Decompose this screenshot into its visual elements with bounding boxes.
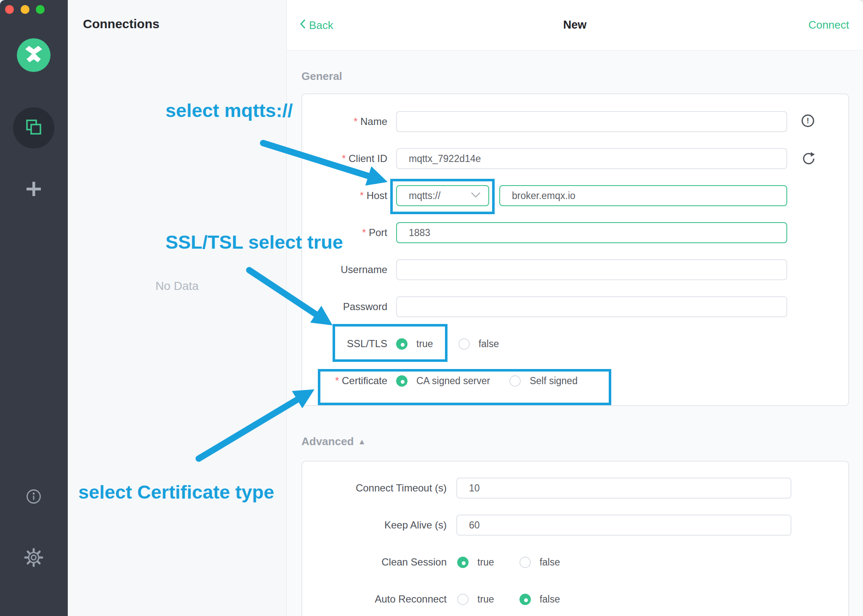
- about-button[interactable]: [26, 489, 42, 504]
- name-row: Name: [302, 111, 848, 132]
- gear-icon: [24, 562, 44, 569]
- new-connection-button[interactable]: [25, 181, 42, 197]
- clean-session-row: Clean Session true false: [302, 552, 848, 573]
- certificate-self-label[interactable]: Self signed: [530, 375, 578, 387]
- keep-alive-input[interactable]: [456, 515, 791, 536]
- protocol-select[interactable]: mqtts://: [396, 185, 489, 206]
- clean-session-false-radio[interactable]: [519, 557, 531, 568]
- ssl-tls-label: SSL/TLS: [302, 338, 387, 350]
- certificate-ca-label[interactable]: CA signed server: [416, 375, 490, 387]
- username-row: Username: [302, 259, 848, 280]
- certificate-label: Certificate: [302, 375, 387, 387]
- auto-reconnect-row: Auto Reconnect true false: [302, 589, 848, 610]
- annotation-text-ssl: SSL/TSL select true: [165, 231, 343, 253]
- username-input[interactable]: [396, 259, 787, 280]
- chevron-down-icon: [471, 192, 488, 200]
- collapse-triangle-icon: ▲: [358, 437, 366, 446]
- mqttx-logo: [17, 38, 51, 72]
- protocol-selected-value: mqtts://: [409, 190, 471, 202]
- empty-list-placeholder: No Data: [68, 279, 286, 293]
- certificate-row: Certificate CA signed server Self signed: [302, 370, 848, 391]
- host-input[interactable]: [499, 185, 787, 206]
- mqttx-window: Connections No Data Back New Connect Gen…: [0, 0, 863, 616]
- ssl-false-radio[interactable]: [458, 338, 470, 350]
- auto-reconnect-false-radio[interactable]: [519, 594, 531, 605]
- page-title: New: [287, 19, 863, 32]
- connections-icon: [24, 117, 43, 138]
- connect-timeout-input[interactable]: [456, 478, 791, 499]
- client-id-row: Client ID: [302, 148, 848, 169]
- keep-alive-label: Keep Alive (s): [302, 519, 447, 531]
- new-connection-view: Back New Connect General Name Client ID: [287, 0, 863, 616]
- connect-timeout-row: Connect Timeout (s): [302, 478, 848, 499]
- certificate-self-radio[interactable]: [509, 375, 521, 387]
- clean-session-true-radio[interactable]: [457, 557, 469, 568]
- connections-panel: Connections No Data: [68, 0, 287, 616]
- window-close-button[interactable]: [5, 5, 14, 14]
- clean-session-true-label[interactable]: true: [477, 557, 494, 568]
- general-form-card: Name Client ID Host mq: [301, 93, 849, 406]
- ssl-true-label[interactable]: true: [416, 338, 433, 350]
- clean-session-label: Clean Session: [302, 556, 447, 568]
- sidebar-item-connections[interactable]: [13, 107, 54, 149]
- auto-reconnect-true-radio[interactable]: [457, 594, 469, 605]
- refresh-client-id-icon[interactable]: [802, 151, 816, 166]
- connect-timeout-label: Connect Timeout (s): [302, 482, 447, 494]
- sidebar: [0, 0, 68, 616]
- host-label: Host: [302, 190, 387, 202]
- password-input[interactable]: [396, 296, 787, 317]
- password-row: Password: [302, 296, 848, 317]
- auto-reconnect-false-label[interactable]: false: [540, 594, 560, 605]
- auto-reconnect-true-label[interactable]: true: [477, 594, 494, 605]
- connections-panel-title: Connections: [83, 17, 160, 31]
- general-section-title: General: [301, 70, 342, 83]
- connect-button[interactable]: Connect: [808, 19, 849, 32]
- annotation-text-certificate: select Certificate type: [78, 481, 274, 503]
- ssl-false-label[interactable]: false: [479, 338, 499, 350]
- header: Back New Connect: [287, 0, 863, 50]
- clean-session-false-label[interactable]: false: [540, 557, 560, 568]
- name-input[interactable]: [396, 111, 787, 132]
- advanced-section-toggle[interactable]: Advanced ▲: [301, 435, 366, 448]
- certificate-ca-radio[interactable]: [396, 375, 408, 387]
- window-minimize-button[interactable]: [21, 5, 29, 14]
- client-id-input[interactable]: [396, 148, 787, 169]
- auto-reconnect-label: Auto Reconnect: [302, 593, 447, 605]
- client-id-label: Client ID: [302, 153, 387, 165]
- password-label: Password: [302, 301, 387, 313]
- host-row: Host mqtts://: [302, 185, 848, 206]
- keep-alive-row: Keep Alive (s): [302, 515, 848, 536]
- plus-icon: [25, 191, 42, 199]
- annotation-text-protocol: select mqtts://: [165, 100, 293, 122]
- info-icon: [26, 499, 42, 506]
- username-label: Username: [302, 264, 387, 276]
- port-input[interactable]: [396, 222, 787, 243]
- window-zoom-button[interactable]: [36, 5, 45, 14]
- name-warning-icon: [802, 114, 816, 129]
- ssl-true-radio[interactable]: [396, 338, 408, 350]
- port-row: Port: [302, 222, 848, 243]
- settings-button[interactable]: [24, 547, 44, 568]
- advanced-form-card: Connect Timeout (s) Keep Alive (s) Clean…: [301, 461, 849, 616]
- name-label: Name: [302, 116, 387, 127]
- ssl-tls-row: SSL/TLS true false: [302, 333, 848, 354]
